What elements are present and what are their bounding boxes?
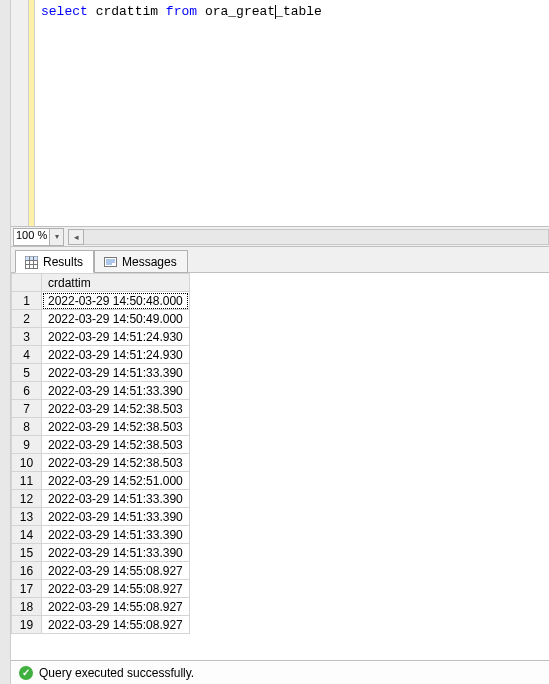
tab-results[interactable]: Results: [15, 250, 94, 273]
row-header[interactable]: 7: [12, 400, 42, 418]
grid-cell[interactable]: 2022-03-29 14:50:49.000: [42, 310, 190, 328]
table-row[interactable]: 72022-03-29 14:52:38.503: [12, 400, 190, 418]
grid-cell[interactable]: 2022-03-29 14:55:08.927: [42, 598, 190, 616]
table-row[interactable]: 12022-03-29 14:50:48.000: [12, 292, 190, 310]
column-header[interactable]: crdattim: [42, 274, 190, 292]
grid-cell[interactable]: 2022-03-29 14:52:38.503: [42, 418, 190, 436]
table-row[interactable]: 152022-03-29 14:51:33.390: [12, 544, 190, 562]
window-left-strip: [0, 0, 11, 684]
table-row[interactable]: 32022-03-29 14:51:24.930: [12, 328, 190, 346]
zoom-level-select[interactable]: 100 %: [13, 228, 50, 246]
tab-results-label: Results: [43, 255, 83, 269]
table-row[interactable]: 172022-03-29 14:55:08.927: [12, 580, 190, 598]
grid-cell[interactable]: 2022-03-29 14:51:33.390: [42, 364, 190, 382]
grid-cell[interactable]: 2022-03-29 14:50:48.000: [42, 292, 190, 310]
sql-editor[interactable]: select crdattim from ora_great_table: [11, 0, 549, 227]
sql-identifier: _table: [275, 4, 322, 19]
row-header[interactable]: 11: [12, 472, 42, 490]
row-header[interactable]: 15: [12, 544, 42, 562]
table-row[interactable]: 112022-03-29 14:52:51.000: [12, 472, 190, 490]
grid-cell[interactable]: 2022-03-29 14:51:33.390: [42, 382, 190, 400]
success-icon: ✓: [19, 666, 33, 680]
grid-cell[interactable]: 2022-03-29 14:51:33.390: [42, 544, 190, 562]
row-header[interactable]: 9: [12, 436, 42, 454]
results-tab-strip: Results Messages: [11, 247, 549, 273]
row-header[interactable]: 2: [12, 310, 42, 328]
horizontal-scroll-track[interactable]: [84, 229, 549, 245]
row-header[interactable]: 6: [12, 382, 42, 400]
row-header[interactable]: 19: [12, 616, 42, 634]
table-row[interactable]: 52022-03-29 14:51:33.390: [12, 364, 190, 382]
status-bar: ✓ Query executed successfully.: [11, 660, 549, 684]
grid-cell[interactable]: 2022-03-29 14:51:33.390: [42, 508, 190, 526]
table-row[interactable]: 102022-03-29 14:52:38.503: [12, 454, 190, 472]
table-row[interactable]: 42022-03-29 14:51:24.930: [12, 346, 190, 364]
results-pane: crdattim 12022-03-29 14:50:48.00022022-0…: [11, 273, 549, 660]
row-header[interactable]: 4: [12, 346, 42, 364]
table-row[interactable]: 62022-03-29 14:51:33.390: [12, 382, 190, 400]
sql-identifier: ora_great: [205, 4, 275, 19]
grid-cell[interactable]: 2022-03-29 14:55:08.927: [42, 562, 190, 580]
table-row[interactable]: 92022-03-29 14:52:38.503: [12, 436, 190, 454]
horizontal-scroll-left-icon[interactable]: ◂: [68, 229, 84, 245]
row-header[interactable]: 13: [12, 508, 42, 526]
row-header[interactable]: 3: [12, 328, 42, 346]
editor-zoom-bar: 100 % ▾ ◂: [11, 227, 549, 247]
grid-cell[interactable]: 2022-03-29 14:51:24.930: [42, 346, 190, 364]
status-message: Query executed successfully.: [39, 666, 194, 680]
zoom-dropdown-icon[interactable]: ▾: [50, 228, 64, 246]
row-header[interactable]: 16: [12, 562, 42, 580]
grid-cell[interactable]: 2022-03-29 14:52:38.503: [42, 454, 190, 472]
messages-icon: [103, 255, 117, 269]
grid-cell[interactable]: 2022-03-29 14:52:38.503: [42, 400, 190, 418]
row-header[interactable]: 12: [12, 490, 42, 508]
grid-cell[interactable]: 2022-03-29 14:51:33.390: [42, 490, 190, 508]
grid-corner[interactable]: [12, 274, 42, 292]
editor-gutter: [11, 0, 29, 226]
table-row[interactable]: 162022-03-29 14:55:08.927: [12, 562, 190, 580]
table-row[interactable]: 82022-03-29 14:52:38.503: [12, 418, 190, 436]
table-row[interactable]: 182022-03-29 14:55:08.927: [12, 598, 190, 616]
sql-keyword: from: [166, 4, 197, 19]
row-header[interactable]: 14: [12, 526, 42, 544]
row-header[interactable]: 1: [12, 292, 42, 310]
tab-messages[interactable]: Messages: [94, 250, 188, 273]
grid-cell[interactable]: 2022-03-29 14:51:33.390: [42, 526, 190, 544]
grid-cell[interactable]: 2022-03-29 14:52:38.503: [42, 436, 190, 454]
results-scroll[interactable]: crdattim 12022-03-29 14:50:48.00022022-0…: [11, 273, 549, 656]
row-header[interactable]: 10: [12, 454, 42, 472]
grid-cell[interactable]: 2022-03-29 14:55:08.927: [42, 580, 190, 598]
table-row[interactable]: 192022-03-29 14:55:08.927: [12, 616, 190, 634]
svg-rect-5: [25, 256, 37, 260]
table-row[interactable]: 22022-03-29 14:50:49.000: [12, 310, 190, 328]
results-grid[interactable]: crdattim 12022-03-29 14:50:48.00022022-0…: [11, 273, 190, 634]
grid-icon: [24, 255, 38, 269]
grid-cell[interactable]: 2022-03-29 14:52:51.000: [42, 472, 190, 490]
sql-editor-text[interactable]: select crdattim from ora_great_table: [35, 0, 549, 226]
sql-identifier: crdattim: [96, 4, 158, 19]
row-header[interactable]: 17: [12, 580, 42, 598]
grid-cell[interactable]: 2022-03-29 14:55:08.927: [42, 616, 190, 634]
sql-keyword: select: [41, 4, 88, 19]
table-row[interactable]: 122022-03-29 14:51:33.390: [12, 490, 190, 508]
grid-cell[interactable]: 2022-03-29 14:51:24.930: [42, 328, 190, 346]
table-row[interactable]: 142022-03-29 14:51:33.390: [12, 526, 190, 544]
tab-messages-label: Messages: [122, 255, 177, 269]
row-header[interactable]: 8: [12, 418, 42, 436]
table-row[interactable]: 132022-03-29 14:51:33.390: [12, 508, 190, 526]
row-header[interactable]: 5: [12, 364, 42, 382]
row-header[interactable]: 18: [12, 598, 42, 616]
